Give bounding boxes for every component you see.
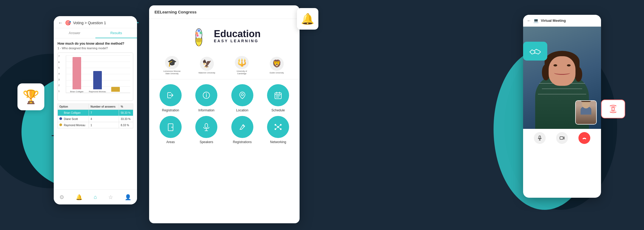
registrations-button[interactable] xyxy=(231,116,253,138)
row1-option: Brian Colligan xyxy=(58,110,89,116)
bar-chart: 7 6 5 4 3 2 1 xyxy=(57,52,133,101)
row3-pct: 8.33 % xyxy=(119,122,133,128)
bar-moreau xyxy=(93,71,102,89)
center-header: EELearning Congress xyxy=(149,5,300,19)
door-icon xyxy=(166,122,176,132)
cell-location: Location xyxy=(226,84,258,112)
video-button[interactable] xyxy=(556,132,568,144)
video-head xyxy=(547,51,577,86)
network-icon xyxy=(273,122,283,132)
table-row-1: Brian Colligan 7 58.33 % xyxy=(58,110,133,116)
uni-name-1: Lomonosov MoscowState University xyxy=(163,70,181,75)
video-title: Virtual Meeting xyxy=(541,19,566,23)
question-sub: 1 - Who designed this learning model? xyxy=(57,47,133,50)
trophy-icon: 🏆 xyxy=(23,89,39,105)
bar-group-1: Brian Colligan xyxy=(70,57,84,93)
label-schedule: Schedule xyxy=(271,108,285,112)
table-row-3: Raymond Moreau 1 8.33 % xyxy=(58,122,133,128)
svg-rect-38 xyxy=(560,137,563,139)
broadcast-box xyxy=(601,100,625,118)
label-networking: Networking xyxy=(270,140,286,144)
login-icon xyxy=(166,90,176,100)
schedule-button[interactable] xyxy=(267,84,289,106)
label-information: Information xyxy=(198,108,214,112)
video-controls xyxy=(523,129,601,147)
back-button[interactable]: ← xyxy=(58,20,63,26)
bar-label-moreau: Raymond Moreau xyxy=(89,90,106,93)
location-button[interactable] xyxy=(231,84,253,106)
bar-colligan xyxy=(73,57,81,89)
university-logos: 🎓 Lomonosov MoscowState University 🦅 Mak… xyxy=(149,53,300,79)
nav-profile[interactable]: 👤 xyxy=(125,194,131,200)
phone-content: How much do you know about the method? 1… xyxy=(54,38,137,132)
nav-favorites[interactable]: ☆ xyxy=(108,194,113,200)
svg-point-4 xyxy=(195,32,198,35)
icon-grid-section: Registration Information xyxy=(149,79,300,153)
uni-name-4: Dublin University xyxy=(270,72,284,74)
nav-notifications[interactable]: 🔔 xyxy=(76,194,82,200)
svg-rect-21 xyxy=(205,123,208,128)
svg-point-20 xyxy=(171,127,172,128)
video-back-arrow[interactable]: ← xyxy=(527,18,531,23)
nav-home[interactable]: ⌂ xyxy=(94,194,97,200)
phone-tabs: Answer Results xyxy=(54,28,137,38)
end-call-icon xyxy=(581,135,587,141)
breadcrumb: Voting > Question 1 xyxy=(73,21,106,25)
cell-registration: Registration xyxy=(154,84,187,112)
video-inset xyxy=(575,100,597,125)
label-registrations: Registrations xyxy=(233,140,252,144)
calendar-icon xyxy=(273,90,283,100)
row3-count: 1 xyxy=(89,122,119,128)
chart-area: Brian Colligan Raymond Moreau xyxy=(66,55,130,93)
cell-areas: Areas xyxy=(154,116,187,144)
uni-emblem-4: 🦁 xyxy=(270,57,284,71)
uni-emblem-2: 🦅 xyxy=(200,57,214,71)
svg-point-0 xyxy=(612,108,614,110)
results-table: Option Number of answers % Brian Colliga… xyxy=(57,104,133,128)
uni-name-2: Makerere University xyxy=(199,72,215,74)
mic-ctrl-icon xyxy=(537,135,542,141)
bar-group-3 xyxy=(111,87,120,93)
speakers-button[interactable] xyxy=(195,116,217,138)
svg-point-3 xyxy=(196,38,202,42)
registration-button[interactable] xyxy=(160,84,182,106)
label-location: Location xyxy=(236,108,248,112)
bar-label-colligan: Brian Colligan xyxy=(70,90,84,93)
chart-y-labels: 7 6 5 4 3 2 1 xyxy=(58,55,60,93)
areas-button[interactable] xyxy=(160,116,182,138)
row1-count: 7 xyxy=(89,110,119,116)
cell-information: Information xyxy=(190,84,223,112)
col-count: Number of answers xyxy=(89,104,119,110)
uni-emblem-1: 🎓 xyxy=(165,56,179,69)
video-header: ← 💻 Virtual Meeting xyxy=(523,15,601,27)
information-button[interactable] xyxy=(195,84,217,106)
svg-rect-35 xyxy=(539,136,541,139)
left-phone: ← 🎯 Voting > Question 1 Answer Results H… xyxy=(54,16,137,204)
center-title: EELearning Congress xyxy=(154,10,197,14)
uni-name-3: University ofCambridge xyxy=(237,70,247,75)
nav-settings[interactable]: ⚙ xyxy=(59,194,64,200)
notification-popup[interactable]: 🔔 xyxy=(297,8,318,30)
end-call-button[interactable] xyxy=(578,132,590,144)
mic-button[interactable] xyxy=(534,132,546,144)
svg-point-7 xyxy=(196,34,199,37)
bell-icon: 🔔 xyxy=(301,13,314,25)
uni-makerere: 🦅 Makerere University xyxy=(193,56,220,75)
tab-results[interactable]: Results xyxy=(95,28,137,38)
trophy-box: 🏆 xyxy=(17,83,44,110)
tab-answer[interactable]: Answer xyxy=(54,28,95,38)
uni-dublin: 🦁 Dublin University xyxy=(263,56,290,75)
networking-button[interactable] xyxy=(267,116,289,138)
pencil-logo xyxy=(188,25,210,47)
svg-point-12 xyxy=(241,94,243,96)
svg-point-6 xyxy=(197,29,200,32)
col-pct: % xyxy=(119,104,133,110)
mic-icon xyxy=(201,122,211,132)
svg-point-11 xyxy=(206,93,207,94)
bar-third xyxy=(111,87,120,92)
cell-networking: Networking xyxy=(262,116,294,144)
svg-line-31 xyxy=(275,125,278,127)
color-dot-2 xyxy=(59,117,62,120)
svg-line-34 xyxy=(278,127,281,129)
uni-lomonosov: 🎓 Lomonosov MoscowState University xyxy=(159,56,185,75)
